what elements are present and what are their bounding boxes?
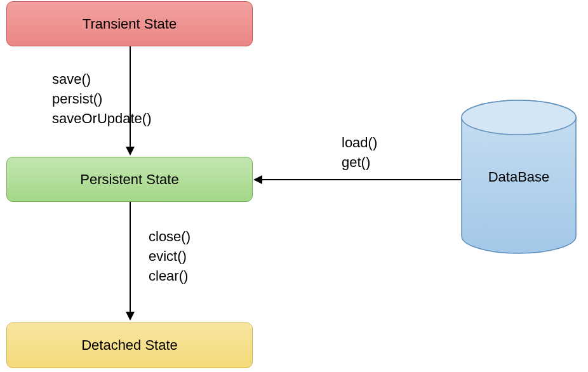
transition-labels-3: load() get() — [342, 133, 377, 173]
arrow-persistent-to-detached — [130, 202, 131, 313]
label-persist: persist() — [52, 90, 152, 109]
transient-state-box: Transient State — [6, 1, 253, 46]
transient-state-label: Transient State — [83, 16, 177, 32]
persistent-state-box: Persistent State — [6, 157, 253, 202]
transition-labels-1: save() persist() saveOrUpdate() — [52, 70, 152, 128]
database-label: DataBase — [488, 169, 550, 185]
arrow-database-to-persistent — [262, 179, 461, 180]
detached-state-box: Detached State — [6, 322, 253, 368]
database-cylinder: DataBase — [461, 100, 577, 254]
label-saveorupdate: saveOrUpdate() — [52, 109, 152, 129]
label-load: load() — [342, 133, 377, 153]
transition-labels-2: close() evict() clear() — [149, 227, 190, 286]
svg-point-1 — [462, 100, 576, 135]
detached-state-label: Detached State — [81, 337, 178, 354]
arrowhead-database-to-persistent — [253, 175, 262, 184]
label-clear: clear() — [149, 267, 190, 286]
arrowhead-transient-to-persistent — [126, 147, 135, 156]
label-evict: evict() — [149, 247, 190, 267]
label-get: get() — [342, 153, 377, 173]
persistent-state-label: Persistent State — [80, 171, 178, 188]
arrowhead-persistent-to-detached — [126, 312, 135, 321]
label-save: save() — [52, 70, 152, 90]
label-close: close() — [149, 227, 190, 247]
